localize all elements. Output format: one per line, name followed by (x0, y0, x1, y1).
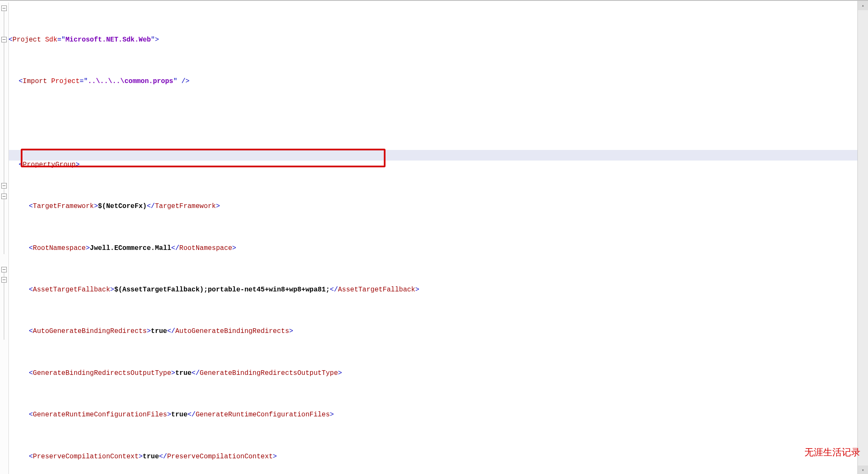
code-line[interactable]: <PreserveCompilationContext>true</Preser… (8, 452, 854, 462)
code-line[interactable]: <Project Sdk="Microsoft.NET.Sdk.Web"> (8, 35, 854, 45)
fold-toggle[interactable] (1, 37, 7, 42)
code-line[interactable] (8, 118, 854, 129)
vertical-scrollbar[interactable]: ▴ ▾ (857, 1, 868, 474)
code-area[interactable]: <Project Sdk="Microsoft.NET.Sdk.Web"> <I… (8, 3, 854, 474)
code-line[interactable]: <AssetTargetFallback>$(AssetTargetFallba… (8, 285, 854, 295)
code-line[interactable]: <TargetFramework>$(NetCoreFx)</TargetFra… (8, 201, 854, 212)
fold-toggle[interactable] (1, 277, 7, 283)
fold-toggle[interactable] (1, 183, 7, 188)
code-line[interactable]: <GenerateBindingRedirectsOutputType>true… (8, 368, 854, 379)
code-line[interactable]: <GenerateRuntimeConfigurationFiles>true<… (8, 410, 854, 420)
fold-toggle[interactable] (1, 6, 7, 11)
code-line[interactable]: <AutoGenerateBindingRedirects>true</Auto… (8, 326, 854, 337)
code-editor[interactable]: <Project Sdk="Microsoft.NET.Sdk.Web"> <I… (0, 0, 868, 474)
code-line[interactable]: <Import Project="..\..\..\common.props" … (8, 76, 854, 87)
fold-gutter[interactable] (0, 3, 9, 474)
fold-toggle[interactable] (1, 194, 7, 199)
scroll-down-button[interactable]: ▾ (858, 466, 868, 474)
code-line[interactable]: <RootNamespace>Jwell.ECommerce.Mall</Roo… (8, 243, 854, 254)
fold-toggle[interactable] (1, 267, 7, 272)
chevron-up-icon: ▴ (862, 3, 864, 8)
code-line[interactable]: <PropertyGroup> (8, 160, 854, 170)
chevron-down-icon: ▾ (862, 468, 864, 473)
scroll-up-button[interactable]: ▴ (858, 1, 868, 10)
